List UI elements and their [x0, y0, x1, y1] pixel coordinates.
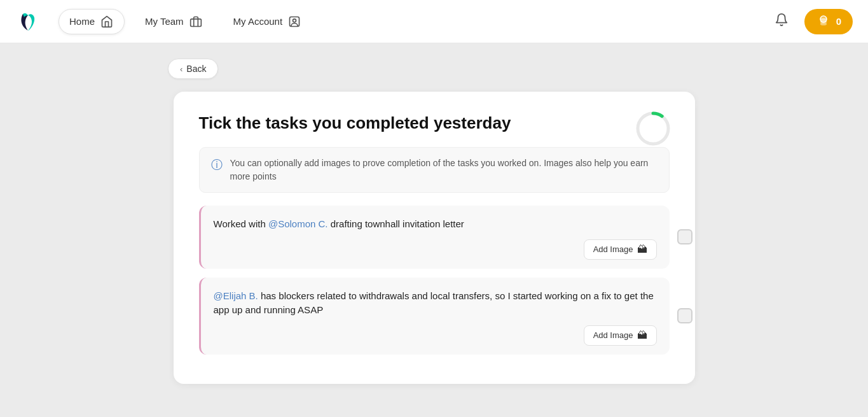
- add-image-label-2: Add Image: [593, 330, 633, 340]
- card-title: Tick the tasks you completed yesterday: [199, 112, 581, 134]
- progress-circle: [634, 110, 672, 148]
- nav-my-account[interactable]: My Account: [223, 10, 312, 34]
- task-item-2: @Elijah B. has blockers related to withd…: [199, 278, 670, 355]
- nav-my-team[interactable]: My Team: [135, 10, 213, 34]
- task-checkbox-1[interactable]: [677, 229, 692, 244]
- svg-rect-6: [820, 19, 827, 22]
- app-logo: [15, 9, 41, 34]
- my-team-label: My Team: [145, 16, 184, 27]
- coins-icon: [816, 14, 831, 29]
- task-1-mention: @Solomon C.: [268, 218, 328, 229]
- main-content: ‹ Back Tick the tasks you completed yest…: [0, 43, 868, 417]
- task-1-suffix: drafting townhall invitation letter: [328, 218, 464, 229]
- svg-point-2: [293, 18, 296, 22]
- task-2-mention: @Elijah B.: [214, 290, 258, 301]
- notification-button[interactable]: [769, 9, 794, 34]
- svg-rect-8: [820, 22, 827, 24]
- add-image-button-2[interactable]: Add Image 🏔: [584, 325, 657, 346]
- team-icon: [189, 15, 203, 29]
- task-checkbox-2[interactable]: [677, 308, 692, 323]
- image-icon-1: 🏔: [637, 244, 647, 255]
- svg-rect-0: [190, 18, 201, 26]
- info-text: You can optionally add images to prove c…: [230, 157, 658, 183]
- task-card: Tick the tasks you completed yesterday ⓘ…: [174, 92, 695, 384]
- credits-button[interactable]: 0: [804, 9, 853, 34]
- home-icon: [100, 15, 114, 29]
- back-chevron-icon: ‹: [180, 64, 183, 74]
- back-label: Back: [186, 64, 206, 74]
- add-image-button-1[interactable]: Add Image 🏔: [584, 239, 657, 260]
- home-label: Home: [69, 16, 95, 27]
- info-icon: ⓘ: [211, 157, 223, 173]
- task-text-1: Worked with @Solomon C. drafting townhal…: [214, 217, 657, 232]
- image-icon-2: 🏔: [637, 330, 647, 341]
- my-account-label: My Account: [233, 16, 283, 27]
- info-box: ⓘ You can optionally add images to prove…: [199, 147, 670, 193]
- add-image-label-1: Add Image: [593, 244, 633, 254]
- back-button[interactable]: ‹ Back: [168, 59, 218, 79]
- nav-home[interactable]: Home: [59, 9, 125, 34]
- task-2-suffix: has blockers related to withdrawals and …: [214, 290, 654, 316]
- account-icon: [287, 15, 301, 29]
- task-item: Worked with @Solomon C. drafting townhal…: [199, 206, 670, 269]
- svg-point-9: [638, 113, 668, 144]
- task-1-prefix: Worked with: [214, 218, 268, 229]
- navbar: Home My Team My Account: [0, 0, 868, 43]
- credits-count: 0: [836, 16, 841, 27]
- bell-icon: [775, 13, 789, 30]
- task-text-2: @Elijah B. has blockers related to withd…: [214, 289, 657, 318]
